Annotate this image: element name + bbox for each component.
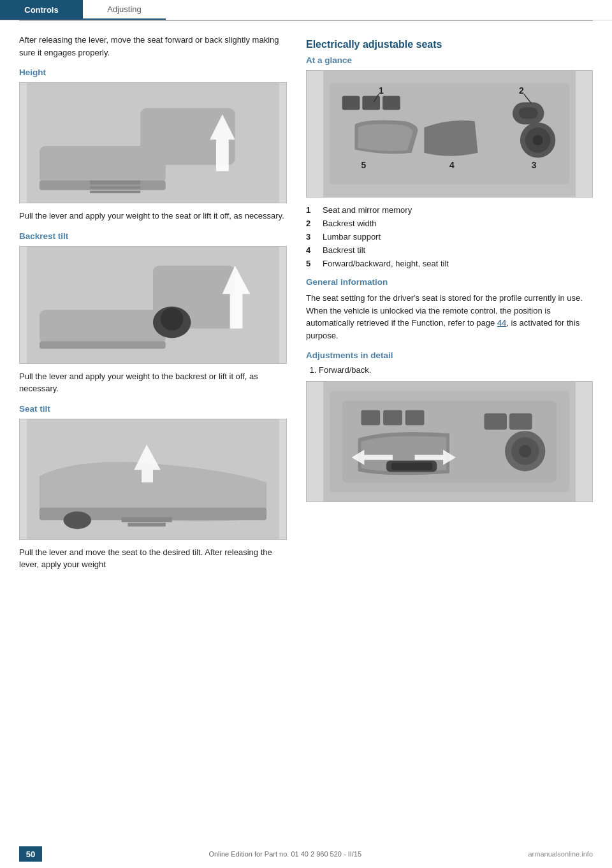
- seat-tilt-image: [19, 419, 287, 540]
- svg-rect-19: [127, 523, 165, 526]
- svg-text:4: 4: [449, 160, 455, 170]
- svg-rect-25: [382, 96, 400, 110]
- right-column: Electrically adjustable seats At a glanc…: [306, 34, 593, 579]
- svg-rect-9: [40, 309, 166, 344]
- item-1-num: 1: [306, 205, 316, 215]
- top-navigation: Controls Adjusting: [0, 0, 612, 20]
- numbered-list: 1 Seat and mirror memory 2 Backrest widt…: [306, 205, 593, 268]
- adjusting-label: Adjusting: [107, 4, 141, 14]
- general-info-heading: General information: [306, 277, 593, 287]
- svg-text:5: 5: [361, 160, 366, 170]
- list-item: 3 Lumbar support: [306, 232, 593, 242]
- item-2-num: 2: [306, 219, 316, 228]
- seat-tilt-desc: Pull the lever and move the seat to the …: [19, 546, 287, 571]
- forward-back-image: [306, 381, 593, 502]
- list-item: 1 Seat and mirror memory: [306, 205, 593, 215]
- page-number: 50: [19, 846, 42, 862]
- svg-rect-42: [383, 410, 402, 426]
- svg-rect-51: [484, 413, 507, 430]
- svg-rect-29: [519, 107, 538, 119]
- svg-text:1: 1: [379, 85, 384, 96]
- footer-text: Online Edition for Part no. 01 40 2 960 …: [42, 850, 528, 858]
- page-link[interactable]: 44: [497, 318, 506, 328]
- item-1-label: Seat and mirror memory: [323, 205, 412, 215]
- backrest-tilt-heading: Backrest tilt: [19, 231, 287, 241]
- svg-rect-41: [361, 410, 380, 426]
- adjustments-heading: Adjustments in detail: [306, 351, 593, 360]
- main-content: After releasing the lever, move the seat…: [0, 21, 612, 604]
- svg-rect-43: [405, 410, 425, 426]
- svg-point-14: [161, 307, 184, 330]
- svg-text:2: 2: [519, 85, 524, 96]
- svg-rect-11: [40, 341, 166, 349]
- svg-point-50: [519, 445, 532, 458]
- backrest-tilt-image: [19, 246, 287, 364]
- step-list: Forward/back.: [319, 365, 593, 375]
- at-glance-heading: At a glance: [306, 55, 593, 65]
- svg-point-20: [63, 511, 91, 529]
- controls-label: Controls: [24, 5, 58, 15]
- backrest-tilt-desc: Pull the lever and apply your weight to …: [19, 370, 287, 395]
- svg-rect-23: [342, 96, 360, 110]
- height-image: [19, 82, 287, 203]
- list-item: 2 Backrest width: [306, 219, 593, 228]
- list-item: 4 Backrest tilt: [306, 245, 593, 255]
- main-heading: Electrically adjustable seats: [306, 39, 593, 50]
- at-glance-image: 1 2 5 4 3: [306, 70, 593, 198]
- step-1: Forward/back.: [319, 365, 593, 375]
- svg-point-32: [533, 135, 543, 145]
- controls-tab[interactable]: Controls: [0, 0, 83, 20]
- item-3-label: Lumbar support: [323, 232, 381, 242]
- svg-rect-45: [391, 463, 432, 470]
- svg-rect-5: [90, 180, 140, 184]
- general-info-text: The seat setting for the driver's seat i…: [306, 292, 593, 342]
- item-4-num: 4: [306, 245, 316, 255]
- svg-rect-52: [509, 413, 532, 430]
- svg-rect-24: [362, 96, 380, 110]
- adjusting-tab[interactable]: Adjusting: [83, 0, 166, 20]
- height-desc: Pull the lever and apply your weight to …: [19, 210, 287, 222]
- item-5-num: 5: [306, 259, 316, 268]
- footer-logo: armanualsonline.info: [528, 850, 593, 858]
- svg-rect-7: [90, 191, 140, 193]
- intro-text: After releasing the lever, move the seat…: [19, 34, 287, 59]
- height-heading: Height: [19, 68, 287, 77]
- svg-rect-6: [90, 186, 140, 189]
- step-1-text: Forward/back.: [319, 365, 371, 375]
- item-2-label: Backrest width: [323, 219, 377, 228]
- left-column: After releasing the lever, move the seat…: [19, 34, 287, 579]
- seat-tilt-heading: Seat tilt: [19, 404, 287, 414]
- svg-text:3: 3: [532, 160, 537, 170]
- item-5-label: Forward/backward, height, seat tilt: [323, 259, 449, 268]
- svg-rect-18: [122, 517, 172, 522]
- list-item: 5 Forward/backward, height, seat tilt: [306, 259, 593, 268]
- footer: 50 Online Edition for Part no. 01 40 2 9…: [0, 846, 612, 862]
- item-4-label: Backrest tilt: [323, 245, 365, 255]
- item-3-num: 3: [306, 232, 316, 242]
